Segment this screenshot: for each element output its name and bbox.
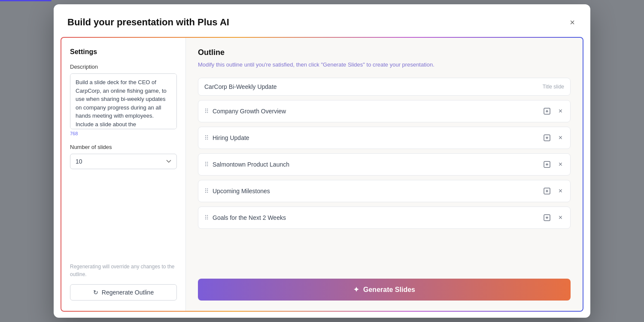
- outline-panel: Outline Modify this outline until you're…: [186, 38, 583, 311]
- regenerate-outline-button[interactable]: ↻ Regenerate Outline: [70, 284, 177, 301]
- slide-title-input-2[interactable]: [213, 108, 537, 115]
- slide-item-5: ⠿ ×: [198, 180, 571, 202]
- outline-subtitle: Modify this outline until you're satisfi…: [198, 61, 571, 69]
- drag-handle-3[interactable]: ⠿: [204, 135, 208, 141]
- drag-handle-2[interactable]: ⠿: [204, 108, 208, 114]
- progress-bar: [0, 0, 52, 1]
- settings-title: Settings: [70, 48, 177, 56]
- modal-header: Build your presentation with Plus AI ×: [54, 4, 590, 37]
- remove-slide-5-button[interactable]: ×: [557, 185, 564, 197]
- slide-item-6: ⠿ ×: [198, 207, 571, 229]
- modal-body: Settings Description 768 Number of slide…: [61, 37, 583, 312]
- close-icon-6: ×: [559, 214, 562, 222]
- outline-title: Outline: [198, 48, 571, 57]
- edit-icon-5: [543, 187, 551, 195]
- modal-title: Build your presentation with Plus AI: [67, 17, 229, 28]
- edit-slide-2-button[interactable]: [541, 106, 553, 117]
- remove-slide-6-button[interactable]: ×: [557, 212, 564, 223]
- remove-slide-2-button[interactable]: ×: [557, 106, 564, 117]
- drag-handle-5[interactable]: ⠿: [204, 188, 208, 194]
- slide-item-3: ⠿ ×: [198, 127, 571, 149]
- slide-title-input-1[interactable]: [204, 83, 538, 90]
- edit-icon-6: [543, 214, 551, 222]
- edit-icon-3: [543, 134, 551, 142]
- close-icon-4: ×: [559, 161, 562, 168]
- edit-slide-6-button[interactable]: [541, 212, 553, 223]
- description-textarea[interactable]: [70, 73, 177, 129]
- edit-icon-2: [543, 107, 551, 115]
- close-button[interactable]: ×: [568, 16, 577, 28]
- edit-icon-4: [543, 161, 551, 168]
- generate-slides-button[interactable]: ✦ Generate Slides: [198, 279, 571, 301]
- remove-slide-4-button[interactable]: ×: [557, 159, 564, 170]
- regenerate-icon: ↻: [93, 289, 98, 296]
- description-label: Description: [70, 64, 177, 70]
- title-badge: Title slide: [543, 84, 564, 90]
- close-icon-2: ×: [559, 107, 562, 115]
- close-icon-3: ×: [559, 134, 562, 142]
- char-count: 768: [70, 131, 177, 136]
- edit-slide-3-button[interactable]: [541, 132, 553, 143]
- slide-item-2: ⠿ ×: [198, 100, 571, 122]
- drag-handle-6[interactable]: ⠿: [204, 215, 208, 221]
- regenerate-label: Regenerate Outline: [102, 289, 154, 296]
- generate-icon: ✦: [353, 286, 359, 294]
- drag-handle-4[interactable]: ⠿: [204, 161, 208, 167]
- slide-item-1: Title slide: [198, 78, 571, 96]
- slide-title-input-6[interactable]: [213, 214, 537, 221]
- edit-slide-4-button[interactable]: [541, 159, 553, 170]
- edit-slide-5-button[interactable]: [541, 185, 553, 197]
- slide-item-4: ⠿ ×: [198, 153, 571, 176]
- generate-label: Generate Slides: [363, 286, 415, 294]
- settings-panel: Settings Description 768 Number of slide…: [61, 38, 186, 311]
- slide-title-input-4[interactable]: [213, 161, 537, 168]
- slides-select[interactable]: 10 5 7 12 15 20: [70, 154, 177, 169]
- regenerate-note: Regenerating will override any changes t…: [70, 263, 177, 278]
- modal-container: Build your presentation with Plus AI × S…: [54, 4, 590, 318]
- close-icon-5: ×: [559, 187, 562, 195]
- slides-label: Number of slides: [70, 144, 177, 150]
- slide-title-input-5[interactable]: [213, 188, 537, 194]
- slides-list: Title slide ⠿ ×: [198, 78, 571, 272]
- remove-slide-3-button[interactable]: ×: [557, 132, 564, 143]
- slide-title-input-3[interactable]: [213, 134, 537, 141]
